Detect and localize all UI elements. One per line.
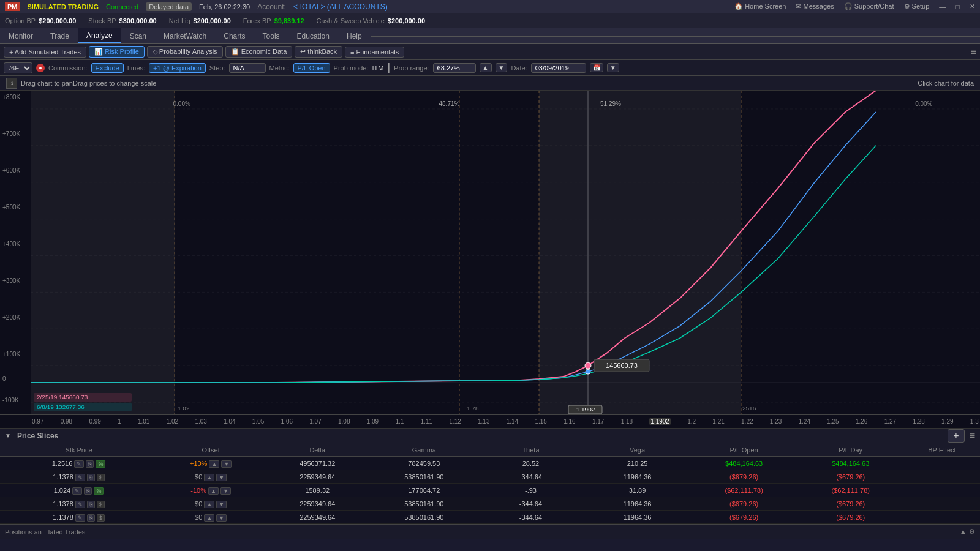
row-copy-btn[interactable]: ⎘ xyxy=(87,501,95,508)
cell-vega: 11964.36 xyxy=(584,514,691,521)
thinkback-btn[interactable]: ↩ thinkBack xyxy=(295,46,342,58)
metric-label: Metric: xyxy=(270,64,290,72)
prob-range-input[interactable] xyxy=(433,63,476,73)
prob-range-up-btn[interactable]: ▲ xyxy=(480,63,492,72)
bottom-expand-icon[interactable]: ▲ xyxy=(960,528,967,536)
fundamentals-btn[interactable]: ≡ Fundamentals xyxy=(345,47,404,58)
row-edit-btn[interactable]: ✎ xyxy=(75,501,85,508)
bottom-settings-icon[interactable]: ⚙ xyxy=(969,528,975,536)
lines-label: Lines: xyxy=(127,64,145,72)
calendar-btn[interactable]: 📅 xyxy=(590,63,603,72)
add-simulated-trades-btn[interactable]: + Add Simulated Trades xyxy=(4,47,86,58)
tab-marketwatch[interactable]: MarketWatch xyxy=(155,28,215,43)
simulated-trades-tab[interactable]: lated Trades xyxy=(48,528,86,536)
offset-down-btn[interactable]: ▼ xyxy=(216,514,227,522)
offset-down-btn[interactable]: ▼ xyxy=(221,487,231,495)
y-label-neg100k: -100K xyxy=(2,397,19,403)
offset-up-btn[interactable]: ▲ xyxy=(204,501,214,508)
row-pct-btn[interactable]: % xyxy=(94,487,104,495)
risk-chart-svg[interactable]: 145660.73 2/25/19 145660.73 6/8/19 13267… xyxy=(31,91,980,414)
cell-pl-open: ($679.26) xyxy=(691,500,797,508)
economic-data-btn[interactable]: 📋 Economic Data xyxy=(225,46,293,58)
support-btn[interactable]: 🎧 Support/Chat xyxy=(844,2,894,10)
offset-up-btn[interactable]: ▲ xyxy=(204,474,214,481)
tab-tools[interactable]: Tools xyxy=(254,28,288,43)
offset-up-btn[interactable]: ▲ xyxy=(204,514,214,522)
lines-value[interactable]: +1 @ Expiration xyxy=(149,63,206,73)
tab-monitor[interactable]: Monitor xyxy=(0,28,42,43)
cell-pl-open: ($62,111.78) xyxy=(691,487,797,494)
slices-settings-icon[interactable]: ≡ xyxy=(970,430,975,441)
option-bp: Option BP $200,000.00 xyxy=(5,17,76,24)
x-label: 1.12 xyxy=(449,418,461,425)
close-btn[interactable]: ✕ xyxy=(970,2,975,10)
setup-btn[interactable]: ⚙ Setup xyxy=(904,2,930,10)
date-options-btn[interactable]: ▼ xyxy=(607,63,619,72)
y-label-300k: +300K xyxy=(2,277,20,284)
row-copy-btn[interactable]: ⎘ xyxy=(87,474,95,481)
row-copy-btn[interactable]: ⎘ xyxy=(86,460,94,468)
tab-scan[interactable]: Scan xyxy=(121,28,155,43)
row-edit-btn[interactable]: ✎ xyxy=(75,514,85,522)
date-input[interactable] xyxy=(531,63,586,73)
offset-down-btn[interactable]: ▼ xyxy=(216,501,227,508)
maximize-btn[interactable]: □ xyxy=(956,3,960,10)
offset-up-btn[interactable]: ▲ xyxy=(208,487,219,495)
commission-value[interactable]: Exclude xyxy=(91,63,124,73)
metric-value[interactable]: P/L Open xyxy=(293,63,330,73)
symbol-select[interactable]: /6E xyxy=(4,62,32,73)
tab-charts[interactable]: Charts xyxy=(215,28,254,43)
price-slices-section: ▼ Price Slices + ≡ Stk Price Offset Delt… xyxy=(0,429,980,524)
row-dollar-btn[interactable]: $ xyxy=(97,474,105,481)
risk-profile-btn[interactable]: 📊 Risk Profile xyxy=(89,46,145,58)
row-copy-btn[interactable]: ⎘ xyxy=(87,514,95,522)
y-label-200k: +200K xyxy=(2,314,20,321)
row-edit-btn[interactable]: ✎ xyxy=(75,474,85,481)
price-slices-collapse[interactable]: ▼ xyxy=(5,432,11,439)
svg-point-18 xyxy=(586,369,590,374)
col-stk-price: Stk Price xyxy=(0,446,157,454)
row-dollar-btn[interactable]: $ xyxy=(97,514,105,522)
sim-label: SIMULATED TRADING xyxy=(28,3,99,10)
x-label: 1.21 xyxy=(712,418,724,425)
offset-up-btn[interactable]: ▲ xyxy=(209,460,219,468)
svg-text:2/25/19  145660.73: 2/25/19 145660.73 xyxy=(37,394,88,400)
cell-theta: -344.64 xyxy=(477,500,584,508)
chart-container[interactable]: +800K +700K +600K +500K +400K +300K +200… xyxy=(0,91,980,415)
x-label: 1.11 xyxy=(421,418,432,425)
row-copy-btn[interactable]: ⎘ xyxy=(84,487,92,495)
row-edit-btn[interactable]: ✎ xyxy=(74,460,84,468)
row-edit-btn[interactable]: ✎ xyxy=(72,487,82,495)
tab-education[interactable]: Education xyxy=(288,28,338,43)
probability-analysis-btn[interactable]: ◇ Probability Analysis xyxy=(147,46,223,58)
price-slices-header: ▼ Price Slices + ≡ xyxy=(0,429,980,443)
x-label: 1.2 xyxy=(687,418,696,425)
tab-help[interactable]: Help xyxy=(338,28,371,43)
offset-down-btn[interactable]: ▼ xyxy=(221,460,232,468)
top-bar-right: 🏠 Home Screen ✉ Messages 🎧 Support/Chat … xyxy=(734,2,975,10)
minimize-btn[interactable]: — xyxy=(939,3,946,10)
table-row: 1.2516 ✎ ⎘ % +10% ▲ ▼ 4956371.32 782459.… xyxy=(0,457,980,470)
tab-trade[interactable]: Trade xyxy=(42,28,78,43)
tab-analyze[interactable]: Analyze xyxy=(78,28,121,43)
x-label: 1.18 xyxy=(621,418,633,425)
svg-point-17 xyxy=(585,362,591,369)
account-name[interactable]: <TOTAL> (ALL ACCOUNTS) xyxy=(293,2,388,11)
cell-delta: 2259349.64 xyxy=(264,514,371,521)
tab-divider: | xyxy=(44,528,46,536)
messages-btn[interactable]: ✉ Messages xyxy=(796,2,834,10)
expand-icon[interactable]: ≡ xyxy=(971,47,976,58)
step-input[interactable] xyxy=(229,63,266,73)
offset-down-btn[interactable]: ▼ xyxy=(216,474,227,481)
home-screen-btn[interactable]: 🏠 Home Screen xyxy=(734,2,786,10)
positions-tab[interactable]: Positions an xyxy=(5,528,42,536)
add-slice-btn[interactable]: + xyxy=(948,429,964,443)
row-dollar-btn[interactable]: $ xyxy=(97,501,105,508)
prob-range-down-btn[interactable]: ▼ xyxy=(496,63,508,72)
x-label: 1.25 xyxy=(827,418,839,425)
drag-hint: Drag chart to panDrag prices to change s… xyxy=(21,80,156,87)
svg-rect-10 xyxy=(31,91,175,414)
x-label: 1.04 xyxy=(224,418,235,425)
row-pct-btn[interactable]: % xyxy=(96,460,105,468)
x-label: 1.15 xyxy=(535,418,546,425)
